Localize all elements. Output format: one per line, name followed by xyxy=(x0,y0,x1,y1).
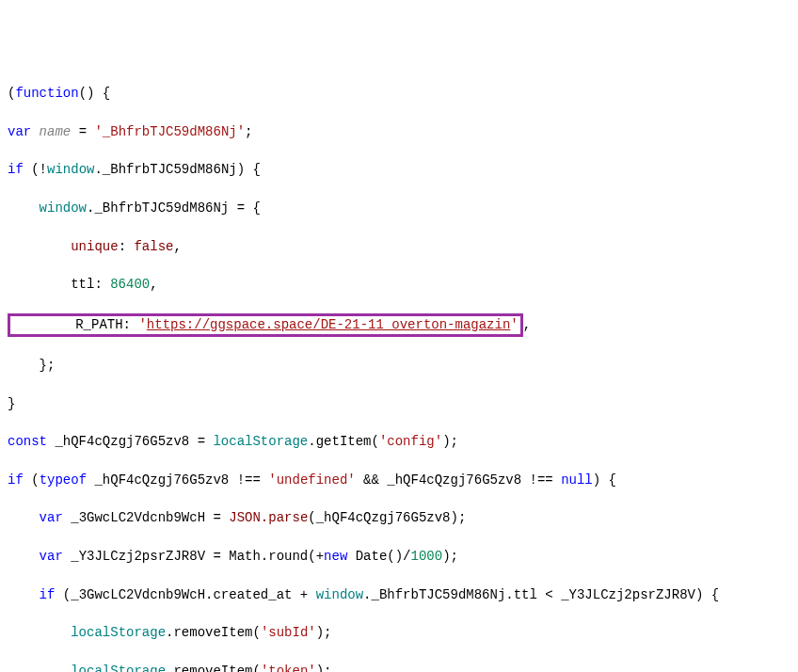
code-line: window._BhfrbTJC59dM86Nj = { xyxy=(8,199,790,217)
code-line: var _Y3JLCzj2psrZJR8V = Math.round(+new … xyxy=(8,547,790,566)
code-line: (function() { xyxy=(8,84,790,103)
code-line-highlighted: R_PATH: 'https://ggspace.space/DE-21-11_… xyxy=(8,313,790,337)
code-line: localStorage.removeItem('token'); xyxy=(8,662,790,672)
code-line: localStorage.removeItem('subId'); xyxy=(8,623,790,642)
code-line: unique: false, xyxy=(8,237,790,256)
code-line: var name = '_BhfrbTJC59dM86Nj'; xyxy=(8,122,790,141)
code-line: ttl: 86400, xyxy=(8,275,790,294)
code-line: }; xyxy=(8,356,790,375)
code-line: if (_3GwcLC2Vdcnb9WcH.created_at + windo… xyxy=(8,585,790,604)
code-line: const _hQF4cQzgj76G5zv8 = localStorage.g… xyxy=(8,432,790,451)
highlight-box-rpath: R_PATH: 'https://ggspace.space/DE-21-11_… xyxy=(8,313,523,337)
code-line: } xyxy=(8,394,790,413)
code-line: if (!window._BhfrbTJC59dM86Nj) { xyxy=(8,160,790,179)
code-block: (function() { var name = '_BhfrbTJC59dM8… xyxy=(8,65,790,672)
code-line: var _3GwcLC2Vdcnb9WcH = JSON.parse(_hQF4… xyxy=(8,508,790,527)
code-line: if (typeof _hQF4cQzgj76G5zv8 !== 'undefi… xyxy=(8,471,790,489)
